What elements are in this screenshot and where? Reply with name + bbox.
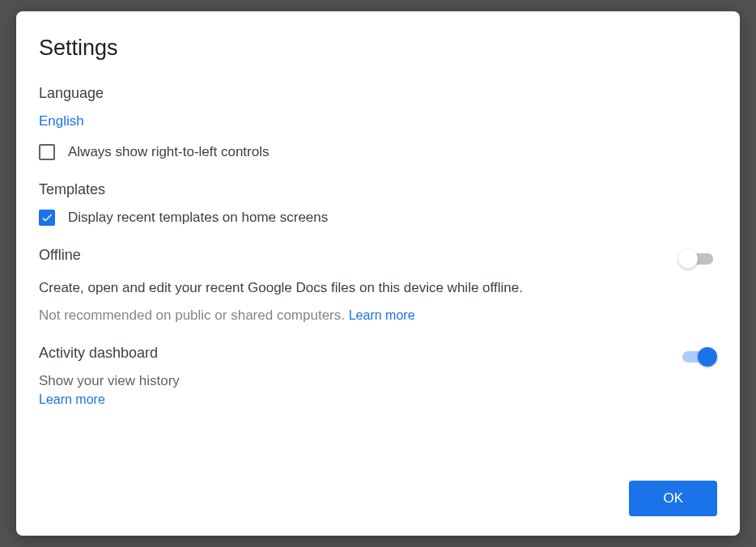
toggle-thumb — [678, 249, 698, 269]
rtl-checkbox-row: Always show right-to-left controls — [39, 144, 717, 160]
settings-modal: Settings Language English Always show ri… — [16, 11, 740, 536]
language-heading: Language — [39, 85, 717, 102]
offline-heading: Offline — [39, 247, 523, 264]
language-selected-link[interactable]: English — [39, 113, 84, 129]
templates-section: Templates Display recent templates on ho… — [39, 181, 717, 226]
activity-learn-more-link[interactable]: Learn more — [39, 392, 105, 406]
rtl-checkbox[interactable] — [39, 144, 55, 160]
offline-description: Create, open and edit your recent Google… — [39, 280, 523, 296]
activity-left: Activity dashboard Show your view histor… — [39, 345, 180, 407]
activity-description: Show your view history — [39, 373, 180, 389]
checkmark-icon — [40, 211, 53, 224]
templates-heading: Templates — [39, 181, 717, 198]
offline-section: Offline Create, open and edit your recen… — [39, 247, 717, 324]
offline-left: Offline Create, open and edit your recen… — [39, 247, 523, 324]
modal-footer: OK — [39, 481, 717, 516]
templates-checkbox[interactable] — [39, 210, 55, 226]
ok-button[interactable]: OK — [629, 481, 717, 516]
activity-section: Activity dashboard Show your view histor… — [39, 345, 717, 407]
rtl-checkbox-label: Always show right-to-left controls — [68, 144, 269, 160]
offline-learn-more-link[interactable]: Learn more — [349, 308, 415, 322]
language-section: Language English Always show right-to-le… — [39, 85, 717, 160]
offline-warning: Not recommended on public or shared comp… — [39, 307, 349, 323]
toggle-thumb — [698, 347, 717, 367]
offline-warning-row: Not recommended on public or shared comp… — [39, 307, 523, 324]
templates-checkbox-label: Display recent templates on home screens — [68, 210, 328, 226]
templates-checkbox-row: Display recent templates on home screens — [39, 210, 717, 226]
activity-heading: Activity dashboard — [39, 345, 180, 362]
settings-title: Settings — [39, 36, 717, 61]
activity-toggle[interactable] — [678, 346, 717, 367]
offline-toggle[interactable] — [678, 248, 717, 269]
